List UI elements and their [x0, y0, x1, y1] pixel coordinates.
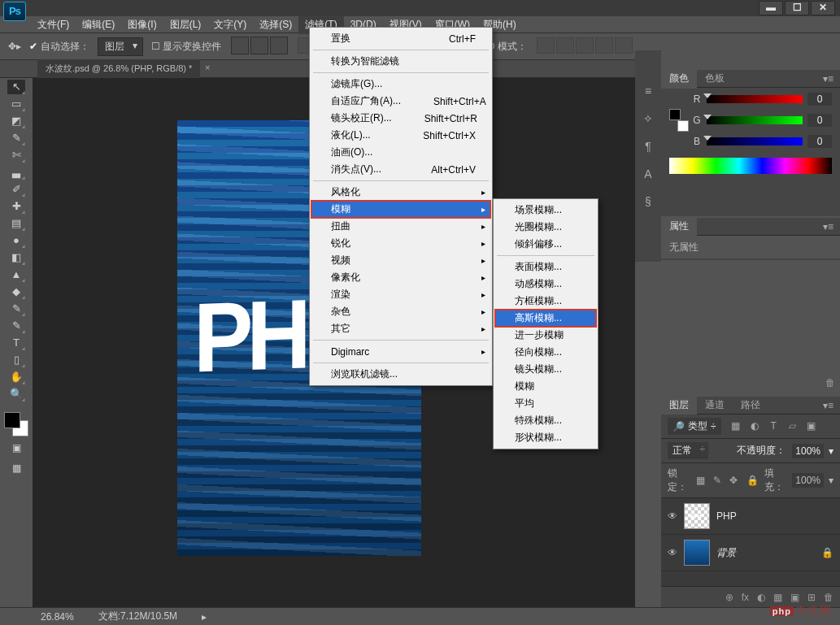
- menu-item[interactable]: 转换为智能滤镜: [311, 53, 490, 70]
- align-icon[interactable]: [250, 37, 268, 54]
- channel-slider[interactable]: [707, 95, 803, 103]
- menu-item[interactable]: 图层(L): [163, 15, 208, 34]
- tool-button[interactable]: ✚: [7, 199, 25, 214]
- menu-item[interactable]: 光圈模糊...: [495, 219, 596, 236]
- tool-button[interactable]: ✄: [7, 148, 25, 163]
- layer-footer-icon[interactable]: ▦: [773, 592, 782, 603]
- menu-item[interactable]: 编辑(E): [76, 15, 121, 34]
- tool-button[interactable]: ▭: [7, 97, 25, 111]
- menu-item[interactable]: Digimarc: [311, 343, 490, 360]
- menu-item[interactable]: 镜头校正(R)...Shift+Ctrl+R: [311, 110, 490, 127]
- tool-button[interactable]: ↖: [7, 80, 25, 94]
- tool-button[interactable]: ▤: [7, 216, 25, 231]
- layer-footer-icon[interactable]: ⊕: [725, 592, 733, 603]
- 3d-icon[interactable]: [556, 37, 574, 54]
- filter-pixel-icon[interactable]: ▦: [729, 420, 742, 433]
- 3d-icon[interactable]: [576, 37, 594, 54]
- color-spectrum[interactable]: [669, 158, 832, 174]
- menu-item[interactable]: 自适应广角(A)...Shift+Ctrl+A: [311, 93, 490, 110]
- lock-all-icon[interactable]: 🔒: [746, 475, 758, 486]
- trash-icon[interactable]: 🗑: [825, 377, 835, 388]
- layer-footer-icon[interactable]: ⊞: [807, 592, 816, 603]
- 3d-icon[interactable]: [615, 37, 633, 54]
- tab-channels[interactable]: 通道: [697, 395, 733, 415]
- menu-item[interactable]: 方框模糊...: [495, 293, 596, 310]
- tool-button[interactable]: ●: [7, 233, 25, 248]
- menu-item[interactable]: 油画(O)...: [311, 144, 490, 161]
- layer-footer-icon[interactable]: ▣: [790, 592, 799, 603]
- menu-item[interactable]: 模糊: [495, 378, 596, 395]
- document-tab[interactable]: 水波纹.psd @ 26.8% (PHP, RGB/8) *: [37, 59, 200, 78]
- channel-slider[interactable]: [707, 137, 803, 145]
- tool-button[interactable]: ◆: [7, 284, 25, 299]
- maximize-button[interactable]: ☐: [785, 1, 809, 15]
- filter-smart-icon[interactable]: ▣: [805, 420, 818, 433]
- panel-menu-icon[interactable]: ▾≡: [816, 218, 840, 236]
- minimize-button[interactable]: ▬: [759, 1, 783, 15]
- doc-info[interactable]: 文档:7.12M/10.5M: [98, 610, 177, 623]
- menu-item[interactable]: 镜头模糊...: [495, 361, 596, 378]
- tool-button[interactable]: ▲: [7, 267, 25, 282]
- color-swatch[interactable]: [4, 412, 28, 436]
- tab-color[interactable]: 颜色: [661, 68, 697, 89]
- menu-item[interactable]: 模糊: [311, 201, 490, 218]
- tool-button[interactable]: ◩: [7, 114, 25, 128]
- auto-select-checkbox[interactable]: 自动选择：: [29, 40, 89, 54]
- menu-item[interactable]: 其它: [311, 320, 490, 337]
- menu-item[interactable]: 液化(L)...Shift+Ctrl+X: [311, 127, 490, 144]
- layer-row[interactable]: 👁PHP: [661, 498, 840, 535]
- panel-icon[interactable]: A: [640, 167, 656, 184]
- filter-type-icon[interactable]: T: [767, 420, 780, 433]
- lock-trans-icon[interactable]: ▦: [696, 475, 705, 486]
- lock-paint-icon[interactable]: ✎: [713, 475, 721, 486]
- menu-item[interactable]: 形状模糊...: [495, 429, 596, 446]
- menu-item[interactable]: 文件(F): [31, 15, 76, 34]
- menu-item[interactable]: 像素化: [311, 269, 490, 286]
- panel-menu-icon[interactable]: ▾≡: [816, 70, 840, 88]
- layer-row[interactable]: 👁背景🔒: [661, 535, 840, 571]
- close-button[interactable]: ✕: [811, 1, 835, 15]
- channel-slider[interactable]: [707, 116, 803, 124]
- tool-mode-icon[interactable]: ▦: [7, 462, 25, 477]
- menu-item[interactable]: 径向模糊...: [495, 344, 596, 361]
- tool-button[interactable]: ✋: [7, 370, 25, 384]
- panel-menu-icon[interactable]: ▾≡: [816, 397, 840, 414]
- layer-thumbnail[interactable]: [684, 503, 710, 529]
- color-swatch[interactable]: [669, 109, 685, 132]
- fill-value[interactable]: 100%: [792, 473, 824, 488]
- zoom-level[interactable]: 26.84%: [41, 611, 74, 623]
- layer-thumbnail[interactable]: [684, 540, 710, 566]
- layer-name[interactable]: 背景: [716, 546, 736, 560]
- menu-item[interactable]: 文字(Y): [207, 15, 253, 34]
- layer-name[interactable]: PHP: [716, 510, 737, 522]
- panel-icon[interactable]: ¶: [640, 140, 656, 156]
- menu-item[interactable]: 选择(S): [253, 15, 298, 34]
- tool-button[interactable]: ✎: [7, 302, 25, 316]
- menu-item[interactable]: 动感模糊...: [495, 276, 596, 293]
- menu-item[interactable]: 表面模糊...: [495, 258, 596, 276]
- tab-properties[interactable]: 属性: [661, 216, 697, 237]
- tool-button[interactable]: ▯: [7, 353, 25, 367]
- channel-value[interactable]: 0: [807, 135, 832, 148]
- filter-shape-icon[interactable]: ▱: [786, 420, 799, 433]
- menu-item[interactable]: 平均: [495, 395, 596, 412]
- visibility-icon[interactable]: 👁: [668, 510, 677, 522]
- tool-button[interactable]: ✎: [7, 319, 25, 333]
- menu-item[interactable]: 视频: [311, 252, 490, 269]
- layer-filter-kind-dropdown[interactable]: 🔎 类型 ÷: [668, 418, 721, 435]
- filter-adjust-icon[interactable]: ◐: [748, 420, 761, 433]
- tab-paths[interactable]: 路径: [733, 395, 768, 415]
- channel-value[interactable]: 0: [807, 114, 832, 127]
- auto-select-target-dropdown[interactable]: 图层: [98, 37, 143, 56]
- opacity-value[interactable]: 100%: [792, 444, 824, 458]
- menu-item[interactable]: 风格化: [311, 184, 490, 201]
- menu-item[interactable]: 浏览联机滤镜...: [311, 366, 490, 383]
- tool-button[interactable]: T: [7, 336, 25, 350]
- menu-item[interactable]: 图像(I): [121, 15, 163, 34]
- 3d-icon[interactable]: [595, 37, 613, 54]
- menu-item[interactable]: 滤镜库(G)...: [311, 76, 490, 93]
- tool-button[interactable]: 🔍: [7, 387, 25, 401]
- layer-footer-icon[interactable]: fx: [742, 592, 749, 603]
- tool-button[interactable]: ✐: [7, 182, 25, 197]
- tool-mode-icon[interactable]: ▣: [7, 442, 25, 457]
